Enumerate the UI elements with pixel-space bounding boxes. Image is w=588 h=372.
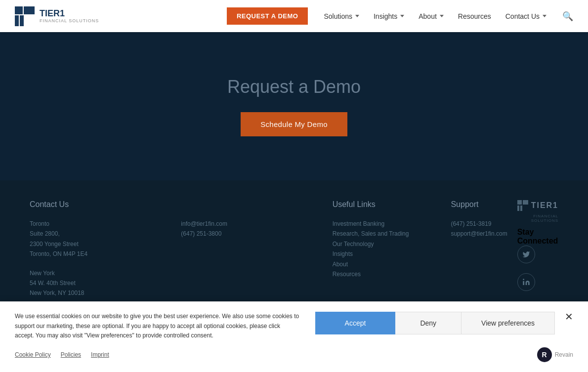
nav-insights[interactable]: Insights (368, 8, 410, 24)
svg-rect-8 (523, 281, 524, 285)
link-investment-banking[interactable]: Investment Banking (333, 219, 431, 229)
cookie-top: We use essential cookies on our website … (15, 312, 573, 340)
request-demo-button[interactable]: REQUEST A DEMO (227, 7, 308, 25)
linkedin-icon[interactable] (517, 273, 535, 291)
nav-links: Solutions Insights About Resources Conta… (318, 8, 552, 24)
cookie-message: We use essential cookies on our website … (15, 312, 300, 340)
link-insights[interactable]: Insights (333, 249, 431, 259)
policies-link[interactable]: Policies (61, 351, 81, 358)
toronto-city: Toronto, ON M4P 1E4 (30, 249, 161, 259)
cookie-buttons: Accept Deny View preferences (315, 312, 555, 334)
newyork-city: New York, NY 10018 (30, 288, 161, 298)
support-phone[interactable]: (647) 251-3819 (451, 219, 507, 229)
useful-links-title: Useful Links (333, 200, 431, 209)
nav-resources[interactable]: Resources (452, 8, 497, 24)
link-resources[interactable]: Resources (333, 269, 431, 279)
newyork-street: 54 W. 40th Street (30, 278, 161, 288)
revain-logo: R Revain (537, 347, 573, 362)
toronto-phone[interactable]: (647) 251-3800 (181, 229, 312, 239)
svg-rect-5 (523, 200, 528, 205)
twitter-icon[interactable] (517, 246, 535, 263)
svg-rect-2 (15, 15, 19, 26)
search-icon[interactable]: 🔍 (562, 11, 573, 22)
imprint-link[interactable]: Imprint (91, 351, 109, 358)
toronto-street: 2300 Yonge Street (30, 239, 161, 249)
nav-solutions[interactable]: Solutions (318, 8, 365, 24)
accept-button[interactable]: Accept (315, 312, 396, 334)
footer-brand: TIER1 (517, 200, 558, 214)
cookie-banner: We use essential cookies on our website … (0, 301, 588, 372)
logo-brand: TIER1 (40, 9, 99, 19)
hero-section: Request a Demo Schedule My Demo (0, 32, 588, 180)
svg-rect-1 (24, 6, 35, 14)
revain-label: Revain (555, 351, 573, 358)
toronto-email[interactable]: info@tier1fin.com (181, 219, 312, 229)
chevron-down-icon (440, 15, 444, 17)
cookie-links: Cookie Policy Policies Imprint (15, 351, 109, 358)
navbar: TIER1 FINANCIAL SOLUTIONS REQUEST A DEMO… (0, 0, 588, 32)
toronto-address: Toronto Suite 2800, 2300 Yonge Street To… (30, 219, 161, 259)
view-preferences-button[interactable]: View preferences (462, 312, 555, 334)
logo[interactable]: TIER1 FINANCIAL SOLUTIONS (15, 6, 99, 26)
nav-contact[interactable]: Contact Us (500, 8, 552, 24)
schedule-demo-button[interactable]: Schedule My Demo (241, 112, 347, 136)
close-button[interactable]: ✕ (565, 312, 573, 322)
chevron-down-icon (355, 15, 359, 17)
newyork-label: New York (30, 268, 161, 278)
svg-point-9 (523, 279, 524, 280)
deny-button[interactable]: Deny (395, 312, 462, 334)
svg-rect-4 (517, 200, 522, 205)
cookie-policy-link[interactable]: Cookie Policy (15, 351, 51, 358)
svg-rect-0 (15, 6, 23, 14)
chevron-down-icon (400, 15, 404, 17)
chevron-down-icon (543, 15, 546, 17)
link-our-technology[interactable]: Our Technology (333, 239, 431, 249)
contact-title: Contact Us (30, 200, 161, 209)
cookie-bottom: Cookie Policy Policies Imprint R Revain (15, 347, 573, 362)
stay-connected-title: Stay Connected (517, 228, 558, 246)
revain-icon: R (537, 347, 552, 362)
newyork-address: New York 54 W. 40th Street New York, NY … (30, 268, 161, 298)
svg-rect-3 (20, 15, 24, 26)
toronto-label: Toronto (30, 219, 161, 229)
support-title: Support (451, 200, 507, 209)
svg-rect-7 (520, 206, 522, 211)
link-about[interactable]: About (333, 259, 431, 269)
nav-about[interactable]: About (413, 8, 450, 24)
svg-rect-6 (517, 206, 519, 211)
logo-subtitle: FINANCIAL SOLUTIONS (40, 18, 99, 23)
link-research-sales-trading[interactable]: Research, Sales and Trading (333, 229, 431, 239)
hero-title: Request a Demo (227, 77, 361, 97)
footer-brand-sub: FINANCIAL SOLUTIONS (517, 214, 558, 223)
support-email[interactable]: support@tier1fin.com (451, 229, 507, 239)
toronto-suite: Suite 2800, (30, 229, 161, 239)
